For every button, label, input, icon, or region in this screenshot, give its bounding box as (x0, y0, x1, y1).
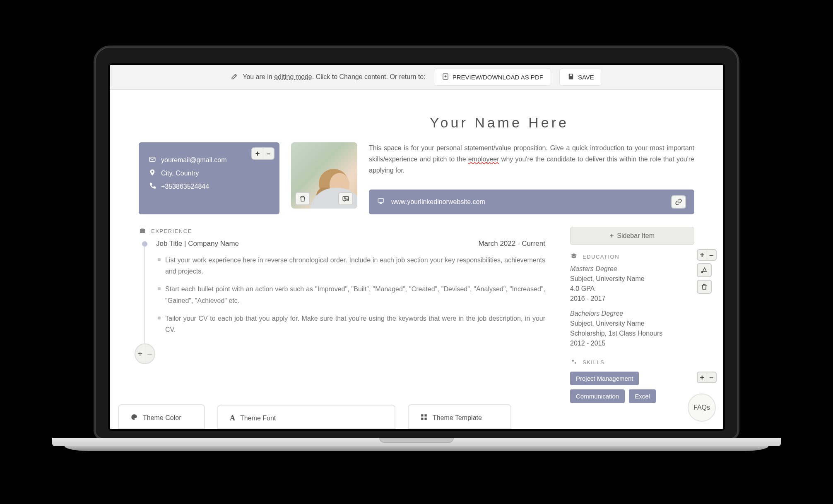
font-icon: A (230, 414, 235, 422)
bullet-item[interactable]: Start each bullet point with an action v… (156, 283, 545, 306)
add-sidebar-item-button[interactable]: + Sidebar Item (570, 227, 694, 245)
bullet-item[interactable]: Tailor your CV to each job that you appl… (156, 313, 545, 335)
skills-side-controls: + – (697, 372, 717, 383)
link-edit-button[interactable] (671, 195, 686, 209)
education-heading-text: EDUCATION (583, 254, 619, 260)
personal-statement[interactable]: This space is for your personal statemen… (369, 142, 694, 184)
theme-bar: Theme Color A Theme Font Theme Template (110, 404, 723, 429)
photo-actions (291, 192, 357, 205)
app-screen: You are in editing mode. Click to Change… (110, 65, 723, 429)
edu-years: 2012 - 2015 (570, 340, 694, 347)
education-add-remove: + – (697, 249, 717, 261)
job-title: Job Title | Company Name (156, 240, 239, 248)
name-heading[interactable]: Your Name Here (304, 115, 694, 131)
svg-rect-8 (425, 414, 427, 416)
screen-wrap: You are in editing mode. Click to Change… (108, 63, 725, 431)
location-text: City, Country (161, 170, 199, 177)
palette-icon (130, 413, 138, 422)
experience-bullets[interactable]: List your work experience here in revers… (156, 254, 545, 335)
svg-point-6 (575, 362, 576, 364)
edu-degree: Masters Degree (570, 265, 694, 273)
education-remove-button[interactable]: – (707, 251, 716, 259)
contact-location-row[interactable]: City, Country (149, 169, 270, 178)
preview-download-label: PREVIEW/DOWNLOAD AS PDF (453, 74, 543, 81)
education-delete-button[interactable] (697, 280, 712, 294)
contact-remove-button[interactable]: – (263, 148, 274, 159)
skill-tag[interactable]: Communication (570, 389, 625, 403)
website-text: www.yourlinkedinorwebsite.com (391, 198, 485, 206)
header-row: + – youremail@gmail.com City, Country (139, 142, 694, 214)
theme-font-button[interactable]: A Theme Font (217, 405, 395, 429)
theme-color-label: Theme Color (143, 414, 181, 422)
skills-heading: SKILLS (570, 358, 694, 367)
education-add-button[interactable]: + (698, 251, 707, 259)
timeline-remove-button[interactable]: – (145, 344, 155, 363)
skill-tag[interactable]: Excel (629, 389, 656, 403)
theme-template-label: Theme Template (433, 414, 482, 422)
timeline-add-remove: + – (135, 343, 155, 364)
timeline-add-button[interactable]: + (135, 344, 145, 363)
editing-mode-notice: You are in editing mode. Click to Change… (231, 72, 425, 82)
svg-point-5 (572, 360, 574, 362)
download-icon (442, 73, 449, 82)
edit-icon (231, 72, 238, 82)
save-label: SAVE (578, 74, 594, 81)
svg-rect-9 (421, 418, 423, 420)
grad-cap-icon (570, 252, 578, 261)
laptop-frame: You are in editing mode. Click to Change… (94, 46, 739, 458)
theme-color-button[interactable]: Theme Color (118, 404, 205, 429)
photo-delete-button[interactable] (295, 192, 310, 205)
plus-icon: + (610, 232, 614, 240)
education-item[interactable]: Bachelors Degree Subject, University Nam… (570, 310, 694, 347)
edu-extra: 4.0 GPA (570, 285, 694, 293)
email-text: youremail@gmail.com (161, 156, 227, 164)
top-toolbar: You are in editing mode. Click to Change… (110, 65, 723, 90)
email-icon (149, 156, 156, 165)
save-button[interactable]: SAVE (559, 69, 602, 86)
faqs-label: FAQs (693, 404, 710, 411)
preview-download-button[interactable]: PREVIEW/DOWNLOAD AS PDF (434, 69, 551, 86)
education-item[interactable]: Masters Degree Subject, University Name … (570, 265, 694, 302)
skill-tags: Project Management Communication Excel (570, 372, 694, 403)
left-column: EXPERIENCE Job Title | Company Name Marc… (139, 227, 545, 403)
job-dates: March 2022 - Current (478, 240, 545, 248)
contact-phone-row[interactable]: +353863524844 (149, 182, 270, 191)
education-side-controls: + – (697, 249, 717, 294)
profile-photo[interactable] (291, 142, 357, 209)
svg-rect-4 (378, 199, 384, 202)
experience-timeline: Job Title | Company Name March 2022 - Cu… (139, 240, 545, 335)
contact-card[interactable]: + – youremail@gmail.com City, Country (139, 142, 279, 214)
svg-point-3 (344, 198, 345, 199)
theme-template-button[interactable]: Theme Template (408, 404, 511, 429)
skills-remove-button[interactable]: – (707, 373, 716, 382)
add-sidebar-label: Sidebar Item (617, 232, 655, 240)
education-color-button[interactable] (697, 263, 712, 277)
statement-misspelled: employeer (468, 156, 499, 163)
save-icon (567, 73, 575, 82)
briefcase-icon (139, 227, 146, 235)
location-icon (149, 169, 156, 178)
mode-link[interactable]: editing mode (274, 73, 312, 80)
faqs-button[interactable]: FAQs (688, 394, 716, 422)
skills-add-remove: + – (697, 372, 717, 383)
job-header-row[interactable]: Job Title | Company Name March 2022 - Cu… (156, 240, 545, 248)
photo-upload-button[interactable] (338, 192, 353, 205)
skill-tag[interactable]: Project Management (570, 372, 639, 385)
experience-heading: EXPERIENCE (139, 227, 545, 235)
mode-prefix: You are in (243, 73, 274, 80)
svg-rect-10 (425, 418, 427, 420)
header-right: This space is for your personal statemen… (369, 142, 694, 214)
edu-subject: Subject, University Name (570, 320, 694, 327)
edu-degree: Bachelors Degree (570, 310, 694, 317)
phone-text: +353863524844 (161, 183, 209, 190)
contact-add-button[interactable]: + (252, 148, 263, 159)
bullet-item[interactable]: List your work experience here in revers… (156, 254, 545, 277)
main-columns: EXPERIENCE Job Title | Company Name Marc… (139, 227, 694, 403)
skills-add-button[interactable]: + (698, 373, 707, 382)
edu-subject: Subject, University Name (570, 275, 694, 283)
website-bar[interactable]: www.yourlinkedinorwebsite.com (369, 190, 694, 214)
timeline-dot (142, 241, 147, 247)
svg-rect-7 (421, 414, 423, 416)
laptop-bezel: You are in editing mode. Click to Change… (94, 46, 739, 440)
template-icon (420, 413, 428, 422)
